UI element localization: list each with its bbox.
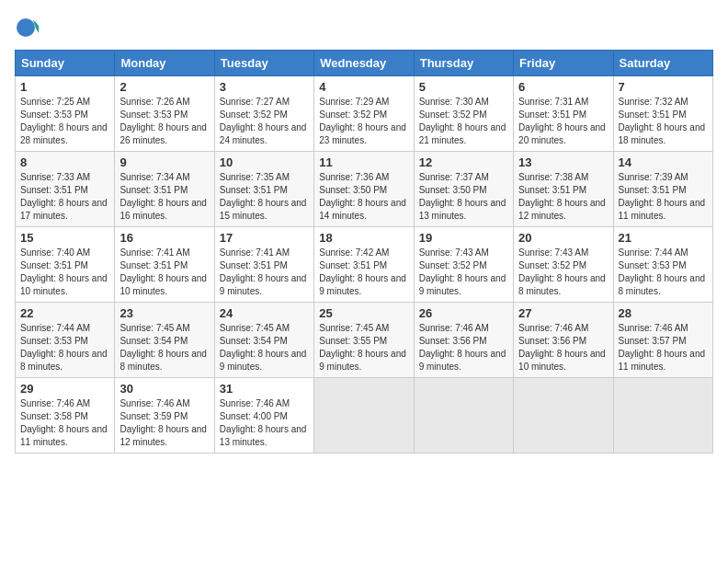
day-number: 29	[20, 382, 109, 396]
calendar-header-sunday: Sunday	[16, 51, 115, 76]
day-number: 14	[619, 155, 708, 169]
day-info: Sunrise: 7:32 AM Sunset: 3:51 PM Dayligh…	[619, 96, 708, 147]
day-info: Sunrise: 7:30 AM Sunset: 3:52 PM Dayligh…	[419, 96, 508, 147]
calendar-day-7: 7 Sunrise: 7:32 AM Sunset: 3:51 PM Dayli…	[613, 76, 712, 152]
svg-point-0	[17, 18, 35, 37]
day-number: 10	[220, 155, 309, 169]
calendar-day-6: 6 Sunrise: 7:31 AM Sunset: 3:51 PM Dayli…	[514, 76, 613, 152]
calendar-day-30: 30 Sunrise: 7:46 AM Sunset: 3:59 PM Dayl…	[115, 378, 214, 454]
calendar-day-31: 31 Sunrise: 7:46 AM Sunset: 4:00 PM Dayl…	[214, 378, 313, 454]
calendar-day-13: 13 Sunrise: 7:38 AM Sunset: 3:51 PM Dayl…	[514, 152, 613, 227]
day-info: Sunrise: 7:27 AM Sunset: 3:52 PM Dayligh…	[220, 96, 309, 147]
page-header	[15, 15, 713, 40]
calendar-day-27: 27 Sunrise: 7:46 AM Sunset: 3:56 PM Dayl…	[514, 303, 613, 378]
calendar-day-3: 3 Sunrise: 7:27 AM Sunset: 3:52 PM Dayli…	[214, 76, 313, 152]
day-number: 27	[518, 306, 608, 320]
logo-icon	[15, 15, 40, 40]
day-number: 5	[419, 80, 508, 94]
day-info: Sunrise: 7:45 AM Sunset: 3:55 PM Dayligh…	[319, 322, 408, 373]
day-number: 8	[20, 155, 109, 169]
calendar-day-12: 12 Sunrise: 7:37 AM Sunset: 3:50 PM Dayl…	[414, 152, 513, 227]
calendar-day-23: 23 Sunrise: 7:45 AM Sunset: 3:54 PM Dayl…	[115, 303, 214, 378]
calendar-header-saturday: Saturday	[613, 51, 712, 76]
day-info: Sunrise: 7:43 AM Sunset: 3:52 PM Dayligh…	[518, 247, 608, 298]
calendar-day-19: 19 Sunrise: 7:43 AM Sunset: 3:52 PM Dayl…	[414, 227, 513, 303]
calendar-day-1: 1 Sunrise: 7:25 AM Sunset: 3:53 PM Dayli…	[16, 76, 115, 152]
empty-cell	[514, 378, 613, 454]
day-number: 28	[619, 306, 708, 320]
calendar-table: SundayMondayTuesdayWednesdayThursdayFrid…	[15, 50, 713, 454]
day-number: 2	[119, 80, 209, 94]
day-number: 16	[119, 231, 209, 245]
calendar-day-4: 4 Sunrise: 7:29 AM Sunset: 3:52 PM Dayli…	[314, 76, 414, 152]
day-info: Sunrise: 7:29 AM Sunset: 3:52 PM Dayligh…	[319, 96, 408, 147]
day-number: 25	[319, 306, 408, 320]
day-info: Sunrise: 7:46 AM Sunset: 4:00 PM Dayligh…	[220, 397, 309, 449]
day-number: 12	[419, 155, 508, 169]
calendar-day-18: 18 Sunrise: 7:42 AM Sunset: 3:51 PM Dayl…	[314, 227, 414, 303]
day-number: 3	[220, 80, 309, 94]
calendar-day-25: 25 Sunrise: 7:45 AM Sunset: 3:55 PM Dayl…	[314, 303, 414, 378]
calendar-day-26: 26 Sunrise: 7:46 AM Sunset: 3:56 PM Dayl…	[414, 303, 513, 378]
calendar-header-thursday: Thursday	[414, 51, 513, 76]
day-info: Sunrise: 7:43 AM Sunset: 3:52 PM Dayligh…	[419, 247, 508, 298]
day-info: Sunrise: 7:31 AM Sunset: 3:51 PM Dayligh…	[518, 96, 608, 147]
day-number: 23	[119, 306, 209, 320]
day-info: Sunrise: 7:46 AM Sunset: 3:58 PM Dayligh…	[20, 397, 109, 449]
calendar-day-17: 17 Sunrise: 7:41 AM Sunset: 3:51 PM Dayl…	[214, 227, 313, 303]
day-number: 22	[20, 306, 109, 320]
calendar-day-10: 10 Sunrise: 7:35 AM Sunset: 3:51 PM Dayl…	[214, 152, 313, 227]
day-info: Sunrise: 7:42 AM Sunset: 3:51 PM Dayligh…	[319, 247, 408, 298]
day-info: Sunrise: 7:25 AM Sunset: 3:53 PM Dayligh…	[20, 96, 109, 147]
day-number: 18	[319, 231, 408, 245]
calendar-day-28: 28 Sunrise: 7:46 AM Sunset: 3:57 PM Dayl…	[613, 303, 712, 378]
day-info: Sunrise: 7:38 AM Sunset: 3:51 PM Dayligh…	[518, 171, 608, 223]
calendar-day-24: 24 Sunrise: 7:45 AM Sunset: 3:54 PM Dayl…	[214, 303, 313, 378]
calendar-day-5: 5 Sunrise: 7:30 AM Sunset: 3:52 PM Dayli…	[414, 76, 513, 152]
day-number: 31	[220, 382, 309, 396]
day-number: 9	[119, 155, 209, 169]
day-number: 17	[220, 231, 309, 245]
logo	[15, 15, 44, 40]
calendar-day-11: 11 Sunrise: 7:36 AM Sunset: 3:50 PM Dayl…	[314, 152, 414, 227]
calendar-header-tuesday: Tuesday	[214, 51, 313, 76]
day-info: Sunrise: 7:26 AM Sunset: 3:53 PM Dayligh…	[119, 96, 209, 147]
day-info: Sunrise: 7:39 AM Sunset: 3:51 PM Dayligh…	[619, 171, 708, 223]
day-info: Sunrise: 7:41 AM Sunset: 3:51 PM Dayligh…	[119, 247, 209, 298]
calendar-day-29: 29 Sunrise: 7:46 AM Sunset: 3:58 PM Dayl…	[16, 378, 115, 454]
day-info: Sunrise: 7:44 AM Sunset: 3:53 PM Dayligh…	[20, 322, 109, 373]
day-info: Sunrise: 7:45 AM Sunset: 3:54 PM Dayligh…	[220, 322, 309, 373]
calendar-day-22: 22 Sunrise: 7:44 AM Sunset: 3:53 PM Dayl…	[16, 303, 115, 378]
day-info: Sunrise: 7:44 AM Sunset: 3:53 PM Dayligh…	[619, 247, 708, 298]
empty-cell	[314, 378, 414, 454]
day-info: Sunrise: 7:33 AM Sunset: 3:51 PM Dayligh…	[20, 171, 109, 223]
calendar-day-15: 15 Sunrise: 7:40 AM Sunset: 3:51 PM Dayl…	[16, 227, 115, 303]
empty-cell	[414, 378, 513, 454]
day-number: 26	[419, 306, 508, 320]
day-number: 11	[319, 155, 408, 169]
calendar-day-9: 9 Sunrise: 7:34 AM Sunset: 3:51 PM Dayli…	[115, 152, 214, 227]
day-number: 19	[419, 231, 508, 245]
day-number: 21	[619, 231, 708, 245]
day-number: 4	[319, 80, 408, 94]
day-number: 13	[518, 155, 608, 169]
calendar-header-monday: Monday	[115, 51, 214, 76]
day-info: Sunrise: 7:40 AM Sunset: 3:51 PM Dayligh…	[20, 247, 109, 298]
calendar-day-2: 2 Sunrise: 7:26 AM Sunset: 3:53 PM Dayli…	[115, 76, 214, 152]
day-number: 6	[518, 80, 608, 94]
day-info: Sunrise: 7:35 AM Sunset: 3:51 PM Dayligh…	[220, 171, 309, 223]
day-info: Sunrise: 7:34 AM Sunset: 3:51 PM Dayligh…	[119, 171, 209, 223]
day-number: 24	[220, 306, 309, 320]
calendar-day-14: 14 Sunrise: 7:39 AM Sunset: 3:51 PM Dayl…	[613, 152, 712, 227]
day-number: 30	[119, 382, 209, 396]
day-number: 1	[20, 80, 109, 94]
calendar-day-21: 21 Sunrise: 7:44 AM Sunset: 3:53 PM Dayl…	[613, 227, 712, 303]
day-number: 15	[20, 231, 109, 245]
day-info: Sunrise: 7:37 AM Sunset: 3:50 PM Dayligh…	[419, 171, 508, 223]
calendar-header-friday: Friday	[514, 51, 613, 76]
day-info: Sunrise: 7:46 AM Sunset: 3:57 PM Dayligh…	[619, 322, 708, 373]
day-info: Sunrise: 7:45 AM Sunset: 3:54 PM Dayligh…	[119, 322, 209, 373]
calendar-day-8: 8 Sunrise: 7:33 AM Sunset: 3:51 PM Dayli…	[16, 152, 115, 227]
day-number: 20	[518, 231, 608, 245]
calendar-header-wednesday: Wednesday	[314, 51, 414, 76]
